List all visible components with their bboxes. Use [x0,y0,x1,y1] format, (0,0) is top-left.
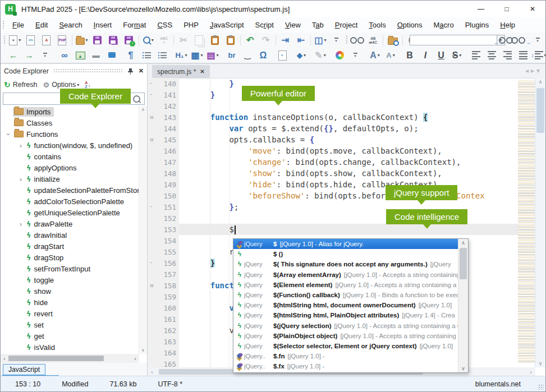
code-line-146[interactable]: 146 'move': bind(opts.move, callbackCont… [148,145,519,156]
fold-marker-icon[interactable]: ⊟ [148,283,156,288]
code-line-140[interactable]: ╴140 } [148,78,519,89]
tree-item-dragstop[interactable]: ϟdragStop [1,252,139,263]
completion-item[interactable]: ϟjQuery$(PlainObject object)[jQuery 1.0]… [233,331,458,341]
code-line-153[interactable]: 153 $ [148,224,519,235]
hyperlink-button[interactable]: ∞ [57,49,72,62]
completion-item[interactable]: ϟjQuery$(Array elementArray)[jQuery 1.0]… [233,270,458,280]
undo-button[interactable]: ↶ [243,34,258,47]
brand-link[interactable]: blumentals.net [475,380,521,388]
tree-item-revert[interactable]: ϟrevert [1,308,139,319]
paragraph-button[interactable]: ¶ [123,49,138,62]
close-button[interactable]: ✕ [520,1,545,17]
search-combobox-input[interactable] [410,35,497,45]
outdent-button[interactable]: ⇤ [293,34,308,47]
scroll-down-icon[interactable]: ∨ [458,366,468,371]
code-line-150[interactable]: 150 'beforeShow': bind(opts.beforeShow, … [148,190,519,201]
nbsp-button[interactable]: ‿ [240,49,255,62]
back-button[interactable]: ← [6,49,21,62]
code-line-142[interactable]: 142 [148,100,519,112]
table-button[interactable]: ▦▾ [190,49,204,62]
resize-grip[interactable] [538,384,544,390]
scroll-left-icon[interactable]: ‹ [148,369,157,375]
refresh-icon[interactable]: ↻ [4,80,11,89]
menu-view[interactable]: View [279,21,306,29]
align-center-button[interactable] [484,49,499,62]
paste-button[interactable] [208,34,222,47]
tree-item-set[interactable]: ϟset [1,319,139,330]
tree-item-functions[interactable]: ›Functions [1,128,139,140]
completion-item[interactable]: ϟjQuery$(Element element)[jQuery 1.0] - … [233,280,458,290]
form-button[interactable]: ▤▾ [205,49,220,62]
editor-vertical-scrollbar[interactable]: ∧ ∨ [535,78,545,367]
menu-insert[interactable]: Insert [88,21,118,29]
cut-button[interactable]: ✂ [176,34,191,47]
tag-button[interactable]: ◆▾ [294,49,309,62]
menu-php[interactable]: PHP [178,21,204,29]
nav-overflow-button[interactable]: ▾ [38,49,52,62]
minimize-button[interactable]: — [468,1,494,17]
chevron-down-icon[interactable]: › [4,130,13,139]
completion-item[interactable]: jQuery..$.fn[jQuery 1.0] - [233,351,458,361]
comment-button[interactable] [104,49,119,62]
scroll-down-icon[interactable]: ∨ [139,348,147,353]
find-dialog-button[interactable] [350,34,365,47]
align-justify-button[interactable] [516,49,530,62]
tree-item-initialize[interactable]: ›ϟinitialize [1,173,139,185]
scrollbar-thumb[interactable] [536,88,544,133]
scroll-up-icon[interactable]: ∧ [535,79,545,85]
gear-icon[interactable]: ⚙ [43,81,50,89]
sort-button[interactable]: A Z↓ [85,81,91,89]
completion-item[interactable]: jQuery..$.fx[jQuery 1.0] - [233,361,458,371]
completion-item[interactable]: ϟjQuery$(Selector selector, Element or j… [233,341,458,351]
find-next-button[interactable]: → [513,34,529,47]
encoding[interactable]: UTF-8 * [158,380,182,388]
find-previous-button[interactable]: ← [495,34,511,47]
spellcheck-button[interactable]: ABC ✓ [157,34,171,47]
fold-marker-icon[interactable]: ⊟ [148,114,156,120]
bullet-list-button[interactable] [139,49,154,62]
chevron-right-icon[interactable]: › [16,175,25,183]
horizontal-rule-button[interactable]: ▬ [89,49,103,62]
menu-help[interactable]: Help [494,21,521,29]
toolbar-overflow-button[interactable]: ▾ [329,34,343,47]
new-document-button[interactable]: ✶▾ [8,34,22,47]
scroll-right-icon[interactable]: › [131,356,139,362]
underline-button[interactable]: U [434,49,448,62]
menu-project[interactable]: Project [329,21,364,29]
code-line-148[interactable]: 148 'show': bind(opts.show, callbackCont… [148,168,519,179]
code-line-144[interactable]: 144 var opts = $.extend({}, defaultOpts,… [148,123,519,134]
tree-item-function-window-undefined[interactable]: ›ϟfunction(window, $, undefined) [1,140,139,151]
code-line-143[interactable]: ⊟143 function instanceOptions(o, callbac… [148,112,519,123]
align-right-button[interactable] [500,49,515,62]
menu-css[interactable]: CSS [152,21,178,29]
indent-button[interactable]: ⇥ [278,34,292,47]
find-in-files-button[interactable] [386,34,400,47]
tree-vertical-scrollbar[interactable]: ∧ ∨ [139,106,147,354]
tab-spectrum-js[interactable]: spectrum.js * ✕ [152,65,210,78]
code-line-145[interactable]: ⊟145 opts.callbacks = { [148,134,519,145]
pin-icon[interactable] [128,68,133,75]
font-decrease-button[interactable]: A▾ [383,49,398,62]
menu-edit[interactable]: Edit [30,21,53,29]
menu-search[interactable]: Search [53,21,88,29]
scroll-up-icon[interactable]: ∧ [458,240,468,246]
find-button[interactable]: ▾ [141,34,155,47]
redo-button[interactable]: ↷ [259,34,273,47]
tab-javascript[interactable]: JavaScript [3,364,45,375]
tree-item-imports[interactable]: Imports [1,106,139,117]
scroll-up-icon[interactable]: ∧ [139,107,147,112]
heading-button[interactable]: H₁▾ [174,49,189,62]
scrollbar-thumb[interactable] [460,248,467,279]
minimap[interactable] [518,81,535,363]
menu-tools[interactable]: Tools [363,21,391,29]
forward-button[interactable]: → [22,49,36,62]
paste-plain-button[interactable] [223,34,238,47]
tab-close-icon[interactable]: ✕ [200,68,204,75]
strikethrough-button[interactable]: S▾ [449,49,464,62]
chevron-right-icon[interactable]: › [16,141,25,150]
tree-item-classes[interactable]: Classes [1,117,139,128]
new-text-button[interactable]: A [39,34,54,47]
completion-item[interactable]: ϟjQuery$(htmlString html, PlainObject at… [233,310,458,320]
image-button[interactable]: ▲ [73,49,88,62]
save-upload-button[interactable]: ↑ [122,34,136,47]
